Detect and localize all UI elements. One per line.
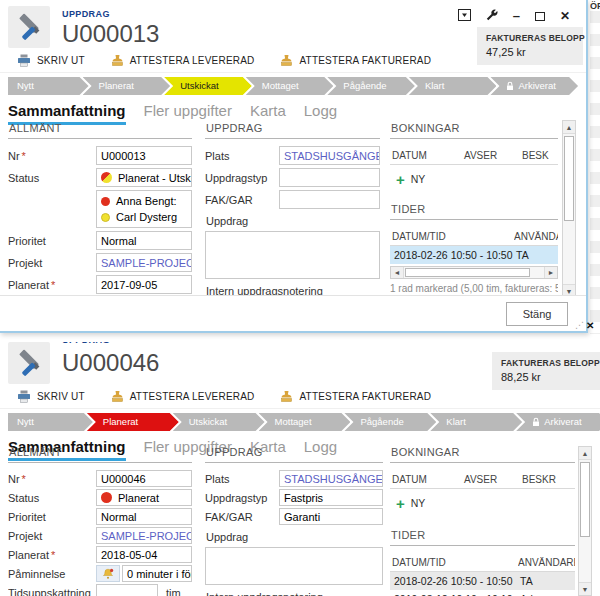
stage-utskickat[interactable]: Utskickat: [173, 413, 265, 431]
stamp-icon: [111, 54, 124, 67]
wrench-icon[interactable]: [486, 7, 498, 25]
assignee-list[interactable]: Anna Bengt: Carl Dysterg: [96, 190, 192, 228]
scrollbar-thumb[interactable]: [405, 268, 530, 277]
scroll-right-icon[interactable]: ►: [544, 267, 557, 278]
horizontal-scrollbar[interactable]: ◄ ►: [390, 266, 558, 279]
bookings-table-header: DATUM AVSER BESK: [390, 146, 558, 165]
printer-icon: [17, 54, 31, 67]
priority-field[interactable]: Normal: [96, 508, 192, 525]
background-close-icon[interactable]: ✕: [586, 320, 594, 331]
plus-icon: +: [396, 174, 405, 185]
maximize-icon[interactable]: [535, 12, 545, 21]
stage-utskickat-active[interactable]: Utskickat: [164, 77, 252, 95]
record-type-label-clipped: UPPDRAG: [62, 342, 159, 345]
close-icon[interactable]: ✕: [560, 9, 570, 23]
popout-icon[interactable]: [458, 7, 471, 25]
stage-planerat-active[interactable]: Planerat: [87, 413, 179, 431]
field-label-nr: Nr*: [8, 150, 96, 162]
print-button[interactable]: SKRIV UT: [17, 390, 85, 403]
scroll-up-icon[interactable]: ▲: [563, 121, 575, 134]
workflow-stage-bar: Nytt Planerat Utskickat Mottaget Pågåend…: [8, 77, 578, 95]
scroll-left-icon[interactable]: ◄: [391, 267, 404, 278]
attest-delivered-button[interactable]: ATTESTERA LEVERERAD: [111, 390, 255, 403]
stage-arkiverat[interactable]: Arkiverat: [516, 413, 600, 431]
selection-summary: 1 rad markerad (5,00 tim, faktureras: 5,…: [390, 283, 558, 294]
close-dialog-button[interactable]: Stäng: [506, 302, 568, 326]
stage-klart[interactable]: Klart: [430, 413, 522, 431]
field-label-intern-notering: Intern uppdragsnotering: [206, 591, 383, 596]
assignment-type-field[interactable]: Fastpris: [279, 489, 383, 506]
times-table-header: DATUM/TID ANVÄNDARE: [390, 553, 575, 572]
scroll-down-icon[interactable]: ▼: [579, 582, 591, 595]
stage-nytt[interactable]: Nytt: [8, 77, 89, 95]
section-heading: BOKNINGAR: [390, 444, 575, 463]
stage-arkiverat[interactable]: Arkiverat: [490, 77, 578, 95]
stage-mottaget[interactable]: Mottaget: [259, 413, 351, 431]
fakgar-field[interactable]: Garanti: [279, 508, 383, 525]
invoiced-amount-label: FAKTURERAS BELOPP: [486, 33, 574, 43]
stamp-icon: [111, 390, 124, 403]
vertical-scrollbar[interactable]: ▲ ▼: [578, 446, 592, 596]
place-link-field[interactable]: STADSHUSGÅNGEN 2: [279, 470, 383, 487]
vertical-scrollbar[interactable]: ▲ ▼: [562, 120, 576, 298]
planned-date-field[interactable]: 2017-09-05: [96, 275, 192, 294]
place-link-field[interactable]: STADSHUSGÅNGEN: [279, 146, 380, 165]
invoiced-amount-box: FAKTURERAS BELOPP 47,25 kr: [477, 27, 583, 65]
planned-date-field[interactable]: 2018-05-04: [96, 546, 192, 563]
field-label-uppdrag-text: Uppdrag: [206, 531, 383, 543]
stage-pagaende[interactable]: Pågående: [327, 77, 415, 95]
new-booking-button[interactable]: + NY: [396, 497, 575, 509]
reminder-bell-button[interactable]: [96, 565, 120, 582]
scrollbar-thumb[interactable]: [564, 136, 574, 221]
resize-grip[interactable]: ⋰: [575, 320, 584, 330]
assignment-type-field[interactable]: [279, 168, 380, 187]
attest-delivered-button[interactable]: ATTESTERA LEVERERAD: [111, 54, 255, 67]
field-label-fakgar: FAK/GAR: [205, 511, 279, 523]
page-title: U000013: [62, 20, 159, 48]
project-link-field[interactable]: SAMPLE-PROJECT - E: [96, 253, 192, 272]
print-button[interactable]: SKRIV UT: [17, 54, 85, 67]
section-uppdrag: UPPDRAG Plats STADSHUSGÅNGEN 2 Uppdragst…: [205, 444, 383, 596]
time-row-selected[interactable]: 2018-02-26 10:50 - 10:50 TA: [390, 246, 558, 264]
task-textarea[interactable]: [205, 231, 380, 279]
new-booking-button[interactable]: + NY: [396, 173, 558, 185]
section-heading: ALLMÄNT: [8, 120, 192, 139]
project-link-field[interactable]: SAMPLE-PROJECT - Exe: [96, 527, 192, 544]
scrollbar-thumb[interactable]: [580, 462, 590, 537]
attest-invoiced-button[interactable]: ATTESTERA FAKTURERAD: [280, 390, 431, 403]
section-heading: TIDER: [390, 527, 575, 546]
field-label-plats: Plats: [205, 150, 279, 162]
invoiced-amount-label: FAKTURERAS BELOPP: [501, 358, 591, 368]
time-estimate-field[interactable]: [96, 584, 158, 596]
section-heading: BOKNINGAR: [390, 120, 558, 139]
stage-mottaget[interactable]: Mottaget: [246, 77, 334, 95]
priority-field[interactable]: Normal: [96, 231, 192, 250]
status-field[interactable]: Planerat: [96, 489, 192, 506]
reminder-field[interactable]: 0 minuter i förv: [122, 565, 192, 582]
section-heading: UPPDRAG: [205, 444, 383, 463]
stage-pagaende[interactable]: Pågående: [344, 413, 436, 431]
minimize-icon[interactable]: –: [513, 11, 520, 21]
stage-klart[interactable]: Klart: [409, 77, 497, 95]
printer-icon: [17, 390, 31, 403]
page-title: U000046: [62, 349, 159, 377]
field-label-uppdragstyp: Uppdragstyp: [205, 172, 279, 184]
nr-field[interactable]: U000013: [96, 146, 192, 165]
task-textarea[interactable]: [205, 547, 383, 585]
field-label-prioritet: Prioritet: [8, 511, 96, 523]
fakgar-field[interactable]: [279, 190, 380, 209]
stage-nytt[interactable]: Nytt: [8, 413, 93, 431]
nr-field[interactable]: U000046: [96, 470, 192, 487]
red-dot-icon: [101, 197, 110, 206]
section-bokningar-tider: BOKNINGAR DATUM AVSER BESKR + NY TIDER D…: [390, 444, 575, 596]
record-type-label: UPPDRAG: [62, 9, 159, 19]
time-row[interactable]: 2019-03-12 10:10 - 10:10 Adm: [390, 590, 575, 596]
scroll-up-icon[interactable]: ▲: [579, 447, 591, 460]
status-field[interactable]: Planerat - Utskick: [96, 168, 192, 187]
attest-invoiced-button[interactable]: ATTESTERA FAKTURERAD: [280, 54, 431, 67]
stage-planerat[interactable]: Planerat: [83, 77, 171, 95]
assignee-row: Anna Bengt:: [101, 195, 187, 207]
field-label-uppdragstyp: Uppdragstyp: [205, 492, 279, 504]
clipped-background-text: ÖF: [590, 1, 600, 11]
time-row-selected[interactable]: 2018-02-26 10:50 - 10:50 TA: [390, 572, 575, 590]
